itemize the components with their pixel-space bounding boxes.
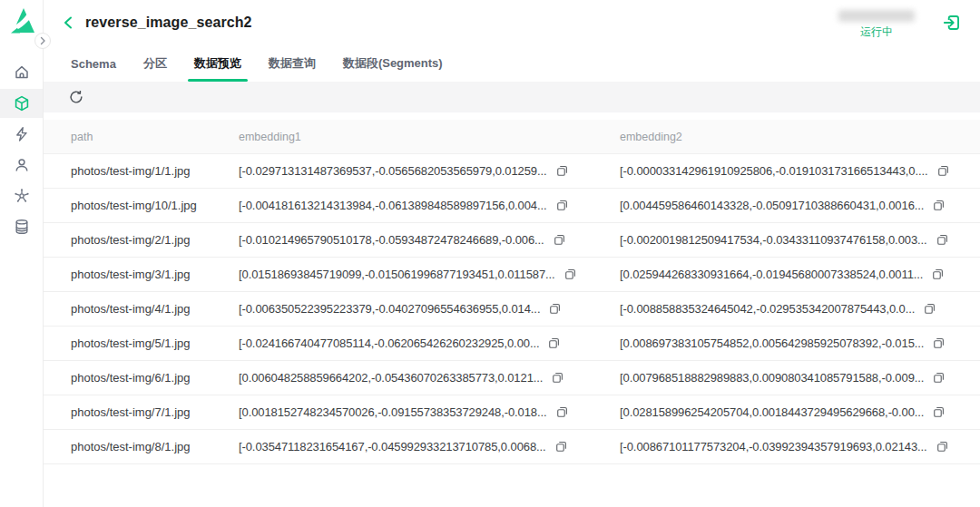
cell-path: photos/test-img/8/1.jpg <box>44 440 239 453</box>
copy-icon <box>555 199 569 212</box>
table-header: pathembedding1embedding2 <box>44 120 980 154</box>
page-title: reverse_image_search2 <box>85 15 252 31</box>
copy-embedding1-button[interactable] <box>564 268 577 281</box>
cell-path: photos/test-img/2/1.jpg <box>44 233 239 247</box>
copy-embedding1-button[interactable] <box>555 164 569 178</box>
tab-label: Schema <box>71 57 116 71</box>
sidebar <box>0 0 44 507</box>
copy-embedding2-button[interactable] <box>936 233 949 247</box>
cell-embedding1: [-0.010214965790510178,-0.05934872478246… <box>239 233 620 247</box>
embedding2-value: [0.007968518882989883,0.0090803410857915… <box>620 371 924 385</box>
sidebar-item-integrations[interactable] <box>0 181 43 210</box>
embedding1-value: [-0.010214965790510178,-0.05934872478246… <box>239 233 544 247</box>
embedding2-value: [-0.000033142961910925806,-0.01910317316… <box>620 164 928 178</box>
sidebar-item-home[interactable] <box>0 58 43 87</box>
cell-path: photos/test-img/7/1.jpg <box>44 405 239 419</box>
sidebar-item-actions[interactable] <box>0 120 43 149</box>
tab-label: 数据查询 <box>269 55 316 72</box>
tab[interactable]: 分区 <box>136 45 174 82</box>
status-badge: 运行中 <box>860 24 893 40</box>
cell-embedding2: [-0.00867101177573204,-0.039923943579196… <box>620 440 980 453</box>
table-row: photos/test-img/1/1.jpg [-0.029713131487… <box>44 154 980 189</box>
copy-embedding2-button[interactable] <box>936 164 950 178</box>
tab[interactable]: 数据查询 <box>261 45 323 82</box>
copy-icon <box>932 405 946 419</box>
cell-embedding2: [0.028158996254205704,0.0018443729495629… <box>620 405 980 419</box>
copy-embedding1-button[interactable] <box>547 336 561 350</box>
copy-embedding2-button[interactable] <box>923 302 936 316</box>
cell-embedding1: [0.0018152748234570026,-0.09155738353729… <box>239 405 620 419</box>
cube-icon <box>13 94 31 112</box>
copy-icon <box>932 336 946 350</box>
copy-embedding2-button[interactable] <box>931 268 945 281</box>
cell-embedding2: [-0.0020019812509417534,-0.0343311093747… <box>620 233 980 247</box>
cell-embedding1: [0.006048258859664202,-0.054360702633857… <box>239 371 620 385</box>
cell-embedding2: [-0.008858835324645042,-0.02953534200787… <box>620 302 980 316</box>
table-row: photos/test-img/10/1.jpg [-0.00418161321… <box>44 189 980 223</box>
cell-path: photos/test-img/1/1.jpg <box>44 164 239 178</box>
embedding1-value: [0.006048258859664202,-0.054360702633857… <box>239 371 543 385</box>
tab[interactable]: 数据预览 <box>187 45 249 82</box>
cell-embedding1: [-0.004181613214313984,-0.06138984858989… <box>239 199 620 212</box>
copy-embedding1-button[interactable] <box>551 371 564 385</box>
embedding1-value: [0.0018152748234570026,-0.09155738353729… <box>239 405 547 419</box>
tab-label: 分区 <box>143 55 167 72</box>
refresh-button[interactable] <box>68 89 84 105</box>
sidebar-item-database[interactable] <box>0 212 43 241</box>
sidebar-nav <box>0 57 43 242</box>
copy-icon <box>555 164 569 178</box>
status-stack: 运行中 <box>838 10 915 40</box>
cell-path: photos/test-img/6/1.jpg <box>44 371 239 385</box>
embedding1-value: [-0.029713131487369537,-0.05656820535659… <box>239 164 547 178</box>
tab-label: 数据预览 <box>194 55 241 72</box>
cell-embedding1: [-0.03547118231654167,-0.045992933213710… <box>239 440 620 453</box>
embedding2-value: [-0.0020019812509417534,-0.0343311093747… <box>620 233 927 247</box>
copy-embedding1-button[interactable] <box>555 199 569 212</box>
chevron-right-icon <box>38 36 47 45</box>
cell-path: photos/test-img/5/1.jpg <box>44 336 239 350</box>
sidebar-item-collections[interactable] <box>0 89 43 118</box>
copy-embedding1-button[interactable] <box>554 440 568 453</box>
database-icon <box>13 218 31 236</box>
table-row: photos/test-img/7/1.jpg [0.0018152748234… <box>44 395 980 430</box>
sidebar-expand-button[interactable] <box>34 33 51 49</box>
copy-icon <box>548 302 562 316</box>
redacted-project-name <box>838 10 915 22</box>
copy-embedding2-button[interactable] <box>936 440 949 453</box>
copy-embedding2-button[interactable] <box>932 405 946 419</box>
cell-embedding2: [0.025944268330931664,-0.019456800073385… <box>620 268 980 281</box>
back-button[interactable] <box>60 14 78 32</box>
cell-path: photos/test-img/3/1.jpg <box>44 268 239 281</box>
copy-icon <box>555 405 569 419</box>
copy-icon <box>553 233 566 247</box>
embedding2-value: [0.028158996254205704,0.0018443729495629… <box>620 405 924 419</box>
table-row: photos/test-img/8/1.jpg [-0.035471182316… <box>44 430 980 464</box>
table-body: photos/test-img/1/1.jpg [-0.029713131487… <box>44 154 980 464</box>
copy-icon <box>936 233 949 247</box>
embedding1-value: [0.01518693845719099,-0.0150619968771934… <box>239 268 555 281</box>
tab-label: 数据段(Segments) <box>343 55 443 72</box>
copy-icon <box>932 199 946 212</box>
embedding2-value: [-0.00867101177573204,-0.039923943579196… <box>620 440 927 453</box>
embedding1-value: [-0.024166740477085114,-0.06206542626023… <box>239 336 539 350</box>
tab[interactable]: Schema <box>64 45 123 82</box>
lightning-icon <box>13 125 31 143</box>
cell-path: photos/test-img/4/1.jpg <box>44 302 239 316</box>
sidebar-item-users[interactable] <box>0 151 43 180</box>
zilliz-logo <box>7 6 36 35</box>
cell-embedding2: [-0.000033142961910925806,-0.01910317316… <box>620 164 980 178</box>
copy-embedding1-button[interactable] <box>548 302 562 316</box>
copy-embedding2-button[interactable] <box>932 336 946 350</box>
import-data-button[interactable] <box>942 13 962 33</box>
copy-embedding2-button[interactable] <box>932 199 946 212</box>
cell-embedding1: [-0.006350522395223379,-0.04027096554636… <box>239 302 620 316</box>
copy-embedding2-button[interactable] <box>932 371 946 385</box>
copy-embedding1-button[interactable] <box>555 405 569 419</box>
column-header: path <box>44 131 239 143</box>
copy-embedding1-button[interactable] <box>553 233 566 247</box>
tab[interactable]: 数据段(Segments) <box>336 45 450 82</box>
column-header: embedding2 <box>620 131 980 143</box>
user-icon <box>13 156 31 174</box>
table-row: photos/test-img/6/1.jpg [0.0060482588596… <box>44 361 980 395</box>
copy-icon <box>923 302 936 316</box>
